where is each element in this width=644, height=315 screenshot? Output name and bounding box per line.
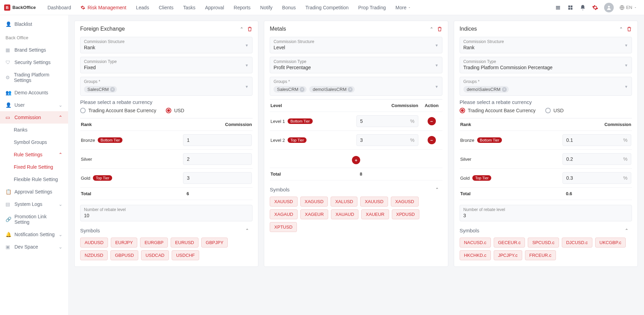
sidebar-item-commission[interactable]: ▭Commission⌃ [0, 111, 68, 124]
nav-clients[interactable]: Clients [154, 0, 178, 15]
delete-icon[interactable] [247, 26, 253, 32]
nav-notify[interactable]: Notify [255, 0, 277, 15]
commission-type-select[interactable]: Commission Type Trading Platform Commiss… [460, 57, 632, 73]
avatar[interactable] [604, 3, 614, 12]
commission-type-select[interactable]: Commission Type Fixed ▾ [80, 57, 253, 73]
sidebar-item-user[interactable]: 👤User⌄ [0, 99, 68, 111]
commission-input[interactable]: 5% [356, 115, 418, 127]
group-chip[interactable]: demo\SalesCRM× [309, 86, 355, 93]
symbols-collapse-icon[interactable]: ⌃ [435, 187, 439, 192]
settings-icon[interactable] [592, 4, 599, 11]
remove-level-button[interactable]: − [428, 117, 436, 125]
commission-input[interactable]: 3% [356, 134, 418, 146]
radio-usd[interactable]: USD [545, 108, 564, 113]
symbol-chip[interactable]: EURUSD [171, 238, 198, 248]
symbol-chip[interactable]: XAGAUD [270, 209, 298, 219]
symbol-chip[interactable]: USDCAD [141, 250, 169, 260]
symbol-chip[interactable]: FRCEUR.c [525, 250, 556, 260]
sidebar-item-approval-settings[interactable]: 📋Approval Settings [0, 186, 68, 198]
sidebar-item-promotion-link[interactable]: 🔗Promotion Link Setting [0, 210, 68, 228]
nav-trading-competition[interactable]: Trading Competition [301, 0, 354, 15]
commission-input[interactable]: 0.3% [562, 172, 631, 184]
symbol-chip[interactable]: XPDUSD [392, 209, 419, 219]
nav-leads[interactable]: Leads [131, 0, 154, 15]
commission-input[interactable]: 1 [183, 134, 252, 146]
group-chip[interactable]: demo\SalesCRM× [463, 86, 509, 93]
groups-select[interactable]: Groups * SalesCRM× demo\SalesCRM× ▾ [270, 77, 442, 96]
grid-icon[interactable] [567, 4, 574, 11]
symbol-chip[interactable]: NACUSD.c [460, 238, 491, 248]
symbol-chip[interactable]: HKCHKD.c [460, 250, 491, 260]
symbol-chip[interactable]: GBPUSD [110, 250, 138, 260]
stack-icon[interactable] [555, 4, 561, 11]
nav-prop-trading[interactable]: Prop Trading [353, 0, 390, 15]
collapse-icon[interactable]: ⌃ [240, 27, 244, 32]
symbol-chip[interactable]: GECEUR.c [494, 238, 525, 248]
delete-icon[interactable] [437, 26, 442, 32]
sidebar-item-blacklist[interactable]: 👤Blacklist [0, 18, 68, 30]
sidebar-item-flexible-rule-setting[interactable]: Flexible Rule Setting [0, 173, 68, 186]
group-chip[interactable]: SalesCRM× [84, 86, 117, 93]
commission-structure-select[interactable]: Commission Structure Level ▾ [270, 37, 442, 53]
symbol-chip[interactable]: XAGUSD [391, 197, 419, 207]
symbol-chip[interactable]: AUDUSD [80, 238, 108, 248]
symbol-chip[interactable]: DJCUSD.c [562, 238, 592, 248]
sidebar-item-fixed-rule-setting[interactable]: Fixed Rule Setting [0, 161, 68, 173]
nav-risk-management[interactable]: Risk Management [76, 0, 131, 15]
nav-dashboard[interactable]: Dashboard [43, 0, 76, 15]
rebate-level-input[interactable]: Number of rebate level 3 [460, 205, 632, 221]
nav-reports[interactable]: Reports [229, 0, 255, 15]
sidebar-item-ranks[interactable]: Ranks [0, 124, 68, 136]
commission-input[interactable]: 0.1% [562, 134, 631, 146]
groups-select[interactable]: Groups * demo\SalesCRM× ▾ [460, 77, 632, 96]
sidebar-item-dev-space[interactable]: ▣Dev Space⌄ [0, 241, 68, 253]
sidebar-item-brand-settings[interactable]: ▦Brand Settings [0, 44, 68, 56]
symbol-chip[interactable]: JPCJPY.c [494, 250, 522, 260]
sidebar-item-security-settings[interactable]: 🛡Security Settings [0, 56, 68, 69]
symbol-chip[interactable]: XAGEUR [300, 209, 328, 219]
add-level-button[interactable]: + [352, 156, 360, 164]
sidebar-item-trading-platform-settings[interactable]: ⚙Trading Platform Settings [0, 69, 68, 86]
symbol-chip[interactable]: XPTUSD [270, 222, 297, 232]
symbols-collapse-icon[interactable]: ⌃ [245, 228, 249, 233]
symbol-chip[interactable]: SPCUSD.c [528, 238, 559, 248]
symbol-chip[interactable]: XAUEUR [361, 209, 389, 219]
commission-input[interactable]: 2 [183, 153, 252, 165]
symbols-collapse-icon[interactable]: ⌃ [625, 228, 629, 233]
brand-logo[interactable]: B BackOffice [4, 4, 36, 11]
radio-base-currency[interactable]: Trading Account Base Currency [460, 108, 536, 113]
sidebar-item-rule-settings[interactable]: Rule Settings⌃ [0, 148, 68, 161]
sidebar-item-notification-setting[interactable]: 🔔Notification Setting⌄ [0, 228, 68, 241]
remove-level-button[interactable]: − [428, 136, 436, 144]
commission-structure-select[interactable]: Commission Structure Rank ▾ [80, 37, 253, 53]
symbol-chip[interactable]: XAGUSD [300, 197, 328, 207]
symbol-chip[interactable]: XAUAUD [331, 209, 358, 219]
groups-select[interactable]: Groups * SalesCRM× ▾ [80, 77, 253, 96]
rebate-level-input[interactable]: Number of rebate level 10 [80, 205, 253, 221]
sidebar-item-demo-accounts[interactable]: 👥Demo Accounts [0, 86, 68, 99]
radio-usd[interactable]: USD [166, 108, 184, 113]
remove-chip-icon[interactable]: × [348, 87, 353, 92]
nav-tasks[interactable]: Tasks [178, 0, 200, 15]
symbol-chip[interactable]: GBPJPY [201, 238, 228, 248]
remove-chip-icon[interactable]: × [110, 87, 115, 92]
symbol-chip[interactable]: XAUUSD [270, 197, 297, 207]
commission-input[interactable]: 3 [183, 172, 252, 184]
sidebar-item-symbol-groups[interactable]: Symbol Groups [0, 136, 68, 148]
collapse-icon[interactable]: ⌃ [430, 27, 433, 32]
symbol-chip[interactable]: NZDUSD [80, 250, 108, 260]
remove-chip-icon[interactable]: × [502, 87, 507, 92]
symbol-chip[interactable]: XAUUSD [360, 197, 388, 207]
symbol-chip[interactable]: EURJPY [111, 238, 137, 248]
radio-base-currency[interactable]: Trading Account Base Currency [80, 108, 156, 113]
symbol-chip[interactable]: EURGBP [140, 238, 168, 248]
commission-input[interactable]: 0.2% [562, 153, 631, 165]
nav-more[interactable]: More [391, 0, 416, 15]
language-selector[interactable]: EN [619, 5, 637, 10]
bell-icon[interactable] [579, 4, 586, 11]
collapse-icon[interactable]: ⌃ [619, 27, 623, 32]
symbol-chip[interactable]: UKCGBP.c [595, 238, 626, 248]
nav-approval[interactable]: Approval [200, 0, 229, 15]
symbol-chip[interactable]: USDCHF [172, 250, 199, 260]
delete-icon[interactable] [626, 26, 632, 32]
